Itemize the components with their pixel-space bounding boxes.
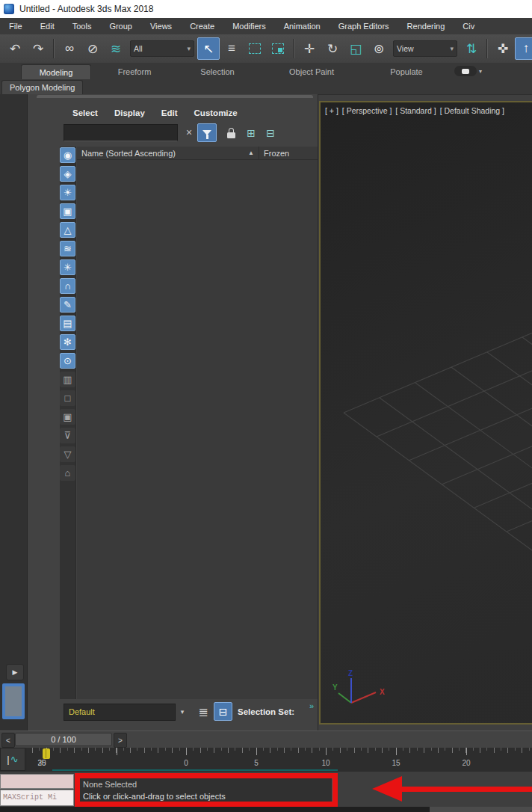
search-input[interactable] [64,124,178,141]
name-column-header[interactable]: Name (Sorted Ascending) ▲ [77,147,259,159]
dashed-rect-icon [249,43,261,54]
collapse-all-tree-icon[interactable]: ⊟ [262,125,279,141]
list-square-icon[interactable]: □ [60,390,75,406]
tab-populate[interactable]: Populate [372,64,441,79]
prompt-line-text: Click or click-and-drag to select object… [83,792,226,801]
mini-curve-editor-button[interactable]: | ∿ [0,748,25,771]
menu-modifiers[interactable]: Modifiers [223,19,275,34]
lock-explorer-icon[interactable] [223,125,238,141]
explorer-menu-customize[interactable]: Customize [186,105,246,121]
select-object-button[interactable]: ↖ [197,37,220,60]
filter-toggle-button[interactable] [197,123,217,142]
maxscript-mini-listener[interactable]: MAXScript Mi [0,790,74,806]
display-bones-icon[interactable]: ∩ [60,278,75,294]
redo-icon[interactable]: ↷ [27,37,49,60]
viewport-pov-menu[interactable]: [ Perspective ] [342,106,392,115]
display-materials-icon[interactable]: ▤ [60,316,75,331]
explorer-menu-select[interactable]: Select [64,105,106,121]
keyboard-shortcut-override-icon[interactable]: ↑ [515,37,532,60]
filter-disabled-icon[interactable]: ⊽ [60,428,75,443]
frozen-column-header[interactable]: Frozen [259,147,318,159]
clear-search-icon[interactable]: × [182,126,196,139]
tab-selection[interactable]: Selection [185,64,250,79]
selection-filter-dropdown[interactable]: All ▾ [130,40,194,57]
window-crossing-icon[interactable] [267,37,289,60]
viewport-shading-menu[interactable]: [ Default Shading ] [440,106,504,115]
toolbar-separator [53,39,55,58]
name-column-label: Name (Sorted Ascending) [81,149,176,158]
scene-explorer-menubar: SelectDisplayEditCustomize [64,105,246,121]
display-lights-icon[interactable]: ☀ [60,185,75,200]
ruler-label: 20 [451,759,481,767]
display-cameras-icon[interactable]: ▣ [60,203,75,219]
toolbar-separator [293,39,294,58]
select-and-link-icon[interactable]: ∞ [58,37,81,60]
viewport-general-menu[interactable]: [ + ] [325,106,338,115]
previous-frame-button[interactable]: < [1,733,15,748]
tab-modeling[interactable]: Modeling [21,64,91,79]
overflow-chevrons-icon[interactable]: » [309,701,314,710]
menu-graph-editors[interactable]: Graph Editors [330,19,398,34]
chevron-down-icon[interactable]: ▾ [479,68,482,75]
frame-ruler[interactable]: 051015202530 [27,748,532,771]
viewport-standard-menu[interactable]: [ Standard ] [395,106,436,115]
left-dock-strip [0,94,28,731]
undo-icon[interactable]: ↶ [4,37,26,60]
select-by-name-icon[interactable]: ≡ [220,37,243,60]
display-geometry-icon[interactable]: ◉ [60,147,75,163]
select-and-move-icon[interactable]: ✛ [298,37,321,60]
chevron-down-icon[interactable]: ▾ [177,707,188,717]
menu-views[interactable]: Views [141,19,181,34]
select-and-scale-icon[interactable]: ◱ [344,37,367,60]
menu-tools[interactable]: Tools [64,19,101,34]
hierarchy-mode-icon[interactable]: ⊟ [214,702,232,721]
viewport-layout-tab[interactable] [2,683,25,719]
select-and-place-icon[interactable]: ⊚ [368,37,390,60]
menu-civil-view-clipped[interactable]: Civ [454,19,483,34]
display-shapes-icon[interactable]: ◈ [60,166,75,182]
reference-coordinate-dropdown[interactable]: View ▾ [393,40,457,57]
display-space-warps-icon[interactable]: ≋ [60,241,75,256]
select-and-manipulate-icon[interactable]: ✜ [492,37,514,60]
list-boxed-item-icon[interactable]: ▣ [60,409,75,425]
menu-rendering[interactable]: Rendering [398,19,454,34]
display-particle-systems-icon[interactable]: ✳ [60,259,75,275]
tab-object-paint[interactable]: Object Paint [270,64,353,79]
selection-set-dropdown[interactable]: Default [64,704,176,721]
rectangular-selection-region-icon[interactable] [244,37,266,60]
display-frozen-icon[interactable]: ✻ [60,334,75,350]
time-marker[interactable] [43,748,50,759]
menu-animation[interactable]: Animation [275,19,330,34]
tab-freeform[interactable]: Freeform [103,64,166,79]
menu-group[interactable]: Group [100,19,141,34]
next-frame-button[interactable]: > [114,733,127,748]
display-containers-icon[interactable]: ✎ [60,297,75,313]
use-pivot-point-center-icon[interactable]: ⇅ [460,37,483,60]
menu-file[interactable]: File [0,19,31,34]
bind-to-space-warp-icon[interactable]: ≋ [105,37,127,60]
display-helpers-icon[interactable]: △ [60,222,75,238]
ruler-label: 5 [241,759,271,767]
time-slider[interactable]: 0 / 100 [15,733,112,746]
expand-all-tree-icon[interactable]: ⊞ [243,125,259,141]
explorer-menu-display[interactable]: Display [106,105,153,121]
menu-create[interactable]: Create [181,19,223,34]
curve-editor-bar-glyph: | [7,754,9,765]
filter-icon[interactable]: ▽ [60,446,75,462]
unlink-selection-icon[interactable]: ⊘ [81,37,104,60]
ruler-label: 10 [311,759,341,767]
explorer-menu-edit[interactable]: Edit [153,105,186,121]
display-hidden-icon[interactable]: ⊙ [60,353,75,369]
polygon-modeling-panel-tab[interactable]: Polygon Modeling [1,80,83,95]
container-outline-icon[interactable]: ⌂ [60,465,75,481]
list-document-icon[interactable]: ▥ [60,372,75,387]
select-and-rotate-icon[interactable]: ↻ [321,37,344,60]
expand-panel-button[interactable]: ▶ [6,664,24,680]
maxscript-listener-output[interactable] [0,774,74,789]
ribbon-minimize-button[interactable] [454,66,477,76]
perspective-viewport[interactable]: [ + ][ Perspective ][ Standard ][ Defaul… [319,101,532,725]
explorer-object-list[interactable] [77,160,318,699]
layers-icon[interactable]: ≣ [194,703,212,721]
menu-edit[interactable]: Edit [31,19,64,34]
status-bar-bottom-right [430,807,532,812]
